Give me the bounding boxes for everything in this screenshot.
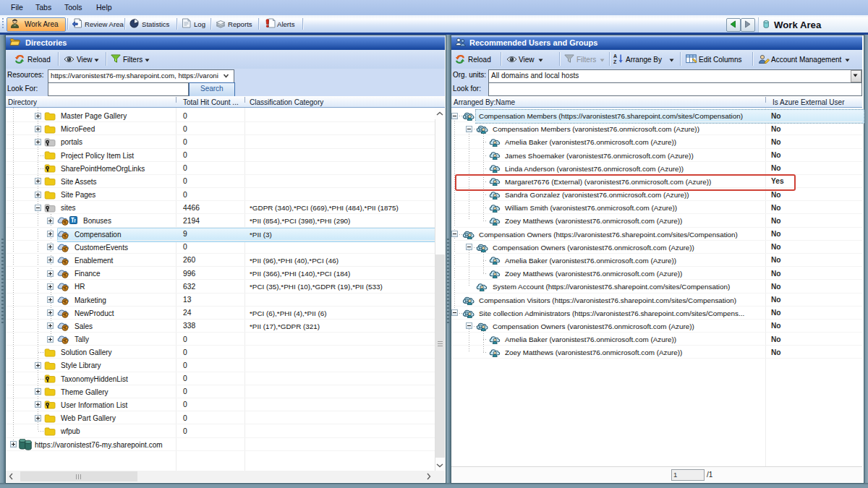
svg-text:A: A xyxy=(613,53,617,59)
svg-text:Z: Z xyxy=(613,59,617,64)
